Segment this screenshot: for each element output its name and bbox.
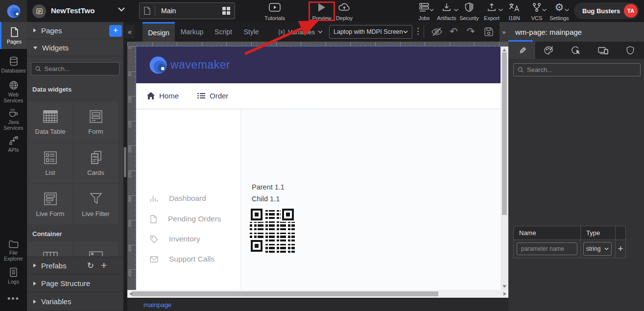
nav-item-home[interactable]: Home: [147, 92, 179, 100]
save-icon[interactable]: [484, 27, 494, 37]
add-param-button[interactable]: +: [618, 243, 623, 254]
sidebar-item-pages[interactable]: Pages: [0, 22, 27, 49]
variables-icon: {x}: [278, 28, 285, 35]
export-upload-icon: [487, 2, 497, 12]
widget-tile-partial-1[interactable]: [28, 241, 72, 257]
redo-icon[interactable]: ↷: [467, 26, 475, 36]
tutorials-button[interactable]: Tutorials: [261, 2, 288, 21]
page-params-table: Name Type string +: [513, 226, 626, 258]
collapse-panel-button[interactable]: «: [125, 25, 135, 38]
project-name[interactable]: NewTestTwo: [51, 6, 95, 15]
overflow-dots-icon[interactable]: ⋮: [414, 26, 422, 36]
prefabs-accordion[interactable]: Prefabs ↻ +: [27, 257, 123, 274]
nav-item-order[interactable]: Order: [197, 92, 228, 100]
hide-outline-eye-off-icon[interactable]: [431, 27, 443, 37]
ruler-label: 300: [127, 195, 133, 220]
tab-properties[interactable]: ✎: [508, 42, 535, 59]
refresh-icon[interactable]: ↻: [87, 261, 94, 271]
panel-scrollbar-thumb[interactable]: [124, 147, 126, 177]
avatar[interactable]: TA: [624, 4, 638, 18]
property-search[interactable]: [513, 63, 641, 76]
list-icon: [197, 93, 205, 99]
variables-dropdown[interactable]: {x} Variables: [278, 22, 323, 42]
form-icon: [88, 109, 104, 124]
param-type-select[interactable]: string: [583, 242, 612, 256]
tab-script[interactable]: Script: [209, 22, 238, 42]
menu-item-pending-orders[interactable]: Pending Orders: [150, 215, 221, 223]
page-header-panel[interactable]: wavemaker: [136, 47, 501, 83]
widget-search-input[interactable]: [45, 65, 115, 72]
ruler-label: 250: [127, 170, 133, 195]
widget-tile-partial-2[interactable]: [73, 241, 118, 257]
scroll-right-arrow[interactable]: [503, 292, 506, 296]
project-chevron-down-icon[interactable]: [118, 7, 125, 12]
sidebar-item-java-services[interactable]: Java Services: [0, 105, 27, 134]
wave-icon: [6, 3, 22, 19]
settings-chevron-icon[interactable]: [564, 8, 570, 12]
canvas-toolbar: Design Markup Script Style {x} Variables…: [127, 22, 508, 42]
child-label[interactable]: Child 1.1: [252, 195, 280, 203]
settings-button[interactable]: ⚙ Settings: [546, 2, 573, 21]
open-page-tab[interactable]: mainpage: [143, 301, 171, 309]
sidebar-item-file-explorer[interactable]: File Explorer: [0, 237, 27, 264]
tab-design[interactable]: Design: [143, 22, 175, 42]
pages-accordion[interactable]: Pages +: [27, 22, 123, 39]
widget-search[interactable]: [31, 62, 119, 75]
device-dropdown[interactable]: Laptop with MDPI Screen: [329, 25, 412, 39]
tab-devices[interactable]: [590, 42, 617, 59]
widget-tile-cards[interactable]: Cards: [73, 143, 118, 183]
menu-item-inventory[interactable]: Inventory: [150, 235, 200, 243]
team-button[interactable]: Bug Busters TA: [574, 2, 639, 19]
sidebar-item-apis[interactable]: APIs: [0, 133, 27, 156]
list-icon: [43, 150, 58, 165]
variables-accordion[interactable]: Variables: [27, 293, 123, 311]
page-grid-icon[interactable]: [222, 7, 230, 15]
tab-style[interactable]: Style: [238, 22, 265, 42]
menu-item-dashboard[interactable]: Dashboard: [150, 194, 206, 203]
data-widgets-header: Data widgets: [32, 86, 72, 93]
property-search-input[interactable]: [527, 66, 636, 73]
widget-tile-data-table[interactable]: Data Table: [28, 102, 72, 142]
tab-styles[interactable]: [535, 42, 562, 59]
project-icon[interactable]: [32, 4, 46, 18]
menu-item-support-calls[interactable]: Support Calls: [150, 255, 215, 263]
home-icon: [147, 92, 155, 99]
parent-label[interactable]: Parent 1.1: [252, 183, 285, 191]
sidebar-item-logs[interactable]: Logs: [0, 264, 27, 287]
undo-icon[interactable]: ↶: [450, 26, 458, 36]
top-bar: NewTestTwo Main Tutorials Preview: [0, 0, 644, 22]
chevron-down-icon: [403, 30, 408, 33]
design-canvas-page[interactable]: wavemaker Home Order Dashboard Pending O…: [136, 47, 501, 290]
properties-panel-title: wm-page: mainpage: [508, 22, 644, 42]
add-page-button[interactable]: +: [109, 25, 122, 37]
tab-events[interactable]: [563, 42, 590, 59]
sidebar-item-databases[interactable]: Databases: [0, 53, 27, 76]
canvas-vertical-scrollbar-thumb[interactable]: [502, 52, 507, 215]
collapsed-arrow-icon: [33, 28, 36, 32]
preview-play-icon: [317, 2, 326, 12]
widgets-accordion[interactable]: Widgets: [27, 40, 123, 56]
add-prefab-button[interactable]: +: [101, 260, 107, 271]
expand-right-button[interactable]: »: [500, 22, 508, 42]
widget-tile-form[interactable]: Form: [73, 102, 118, 142]
scroll-up-arrow[interactable]: [502, 48, 506, 51]
deploy-cloud-icon: [338, 2, 350, 12]
canvas-bottom-bar: mainpage: [127, 298, 508, 311]
widget-tile-live-form[interactable]: Live Form: [28, 184, 72, 224]
activity-bar: Pages Databases Web Services Java Servic…: [0, 22, 27, 311]
widget-tile-list[interactable]: List: [28, 143, 72, 183]
deploy-button[interactable]: Deploy: [331, 2, 358, 21]
widget-tile-live-filter[interactable]: Live Filter: [73, 184, 118, 224]
sidebar-item-web-services[interactable]: Web Services: [0, 77, 27, 106]
security-shield-icon: [465, 2, 474, 12]
toolbar-divider: [424, 25, 424, 38]
page-selector[interactable]: Main: [139, 2, 235, 19]
canvas-horizontal-scrollbar-thumb[interactable]: [132, 291, 438, 296]
tab-markup[interactable]: Markup: [175, 22, 209, 42]
wavemaker-logo[interactable]: [0, 0, 27, 22]
page-structure-accordion[interactable]: Page Structure: [27, 275, 123, 292]
more-options-button[interactable]: •••: [0, 294, 27, 304]
tab-security[interactable]: [617, 42, 644, 59]
param-name-input[interactable]: [517, 242, 577, 255]
scroll-down-arrow[interactable]: [502, 285, 506, 288]
